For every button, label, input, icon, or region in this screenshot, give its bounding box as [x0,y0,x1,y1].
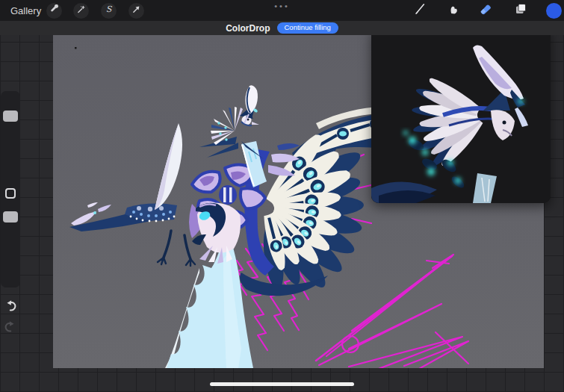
eraser-icon-active [479,2,493,19]
undo-icon [3,302,18,315]
undo-button[interactable] [3,298,18,313]
colordrop-title: ColorDrop [226,23,270,34]
brush-icon [413,2,427,19]
reference-artwork [371,27,551,203]
procreate-app: Gallery S ••• [0,0,564,392]
smudge-finger-icon [447,2,460,19]
redo-icon [3,323,18,336]
top-toolbar: Gallery S ••• [0,0,564,21]
smudge-tool-button[interactable] [446,3,461,18]
brush-tool-button[interactable] [412,3,427,18]
colordrop-banner: ColorDrop Continue filling [0,21,564,35]
opacity-slider[interactable] [3,211,18,223]
talons [158,231,195,266]
color-swatch-button[interactable] [546,3,562,19]
redo-button[interactable] [3,319,18,334]
stray-dot [75,47,77,49]
home-indicator[interactable] [210,382,354,386]
left-wing-and-belly [69,202,177,231]
sidebar [1,91,20,287]
reference-window[interactable] [371,27,551,203]
layers-icon [514,2,527,19]
brush-size-slider[interactable] [3,111,18,122]
layers-button[interactable] [513,3,528,18]
back-feather [155,123,182,210]
eraser-tool-button[interactable] [478,3,493,18]
continue-filling-button[interactable]: Continue filling [277,22,338,34]
modify-button[interactable] [5,188,16,199]
